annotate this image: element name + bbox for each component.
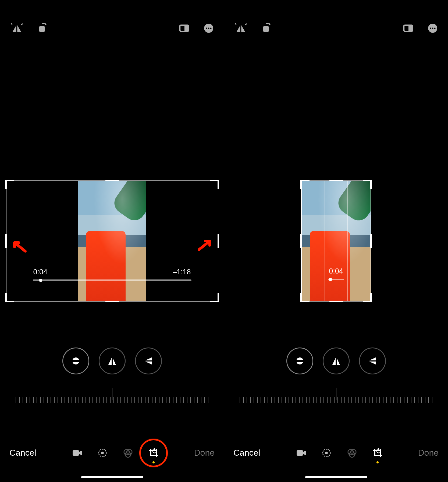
svg-rect-11 — [73, 450, 79, 456]
annotation-arrow-left — [11, 238, 27, 254]
grid-line — [325, 181, 325, 301]
adjust-mode-row — [0, 348, 224, 374]
svg-rect-9 — [112, 357, 113, 365]
svg-point-30 — [325, 452, 328, 454]
crop-handle-left[interactable] — [5, 234, 7, 248]
edit-tabs — [294, 446, 384, 460]
done-button[interactable]: Done — [190, 444, 219, 462]
active-tab-indicator — [152, 461, 155, 463]
adjust-tab[interactable] — [320, 446, 333, 460]
grid-line — [302, 261, 371, 261]
grid-line — [302, 221, 371, 221]
crop-handle-bottom[interactable] — [105, 301, 119, 302]
video-preview — [78, 181, 146, 301]
playhead[interactable] — [39, 279, 42, 282]
svg-rect-28 — [297, 450, 303, 456]
svg-rect-26 — [336, 357, 337, 365]
crop-handle-top-left[interactable] — [5, 180, 14, 189]
playback-timeline[interactable] — [33, 279, 191, 281]
crop-handle-bottom-right[interactable] — [210, 293, 219, 302]
left-screenshot: 0:04 –1:18 — [0, 0, 224, 482]
crop-frame[interactable]: 0:04 — [301, 180, 371, 302]
crop-handle-top[interactable] — [105, 180, 119, 181]
cancel-button[interactable]: Cancel — [5, 444, 40, 462]
perspective-vertical-button[interactable] — [99, 348, 126, 374]
crop-handle-top-right[interactable] — [210, 180, 219, 189]
playback-current: 0:04 — [33, 268, 48, 276]
video-tab[interactable] — [70, 446, 84, 460]
crop-frame[interactable]: 0:04 –1:18 — [6, 180, 218, 302]
crop-tab[interactable] — [371, 446, 384, 460]
done-button[interactable]: Done — [414, 444, 443, 462]
playback-timeline[interactable] — [328, 279, 344, 280]
rotation-dial[interactable] — [14, 388, 210, 403]
annotation-arrow-right — [197, 236, 213, 252]
svg-point-13 — [101, 452, 104, 454]
adjust-mode-row — [224, 348, 448, 374]
playback-time-row: 0:04 –1:18 — [6, 268, 218, 276]
perspective-horizontal-button[interactable] — [359, 348, 386, 374]
playback-time-row: 0:04 — [302, 267, 371, 275]
video-preview — [302, 181, 371, 301]
filters-tab[interactable] — [345, 446, 359, 460]
straighten-button[interactable] — [62, 348, 89, 374]
bottom-toolbar: Cancel Done — [0, 444, 224, 462]
svg-rect-10 — [144, 360, 152, 362]
crop-handle-left[interactable] — [300, 234, 302, 248]
video-tab[interactable] — [294, 446, 308, 460]
home-indicator[interactable] — [81, 476, 143, 478]
playback-remaining: –1:18 — [173, 268, 191, 276]
playhead[interactable] — [329, 278, 332, 281]
svg-rect-25 — [295, 360, 304, 362]
adjust-tab[interactable] — [96, 446, 109, 460]
straighten-button[interactable] — [286, 348, 313, 374]
crop-handle-top-right[interactable] — [363, 180, 372, 189]
perspective-vertical-button[interactable] — [323, 348, 350, 374]
crop-tab[interactable] — [147, 446, 160, 460]
grid-line — [347, 181, 348, 301]
crop-handle-right[interactable] — [370, 234, 372, 248]
dial-center-tick — [336, 388, 336, 400]
active-tab-indicator — [376, 461, 379, 463]
bottom-toolbar: Cancel Done — [224, 444, 448, 462]
crop-handle-bottom-right[interactable] — [363, 293, 372, 302]
cancel-button[interactable]: Cancel — [229, 444, 264, 462]
home-indicator[interactable] — [305, 476, 367, 478]
svg-rect-8 — [71, 360, 80, 362]
crop-handle-top[interactable] — [329, 180, 343, 181]
svg-rect-27 — [368, 360, 376, 362]
rotation-dial[interactable] — [238, 388, 434, 403]
crop-handle-right[interactable] — [218, 234, 219, 248]
filters-tab[interactable] — [121, 446, 135, 460]
edit-tabs — [70, 446, 160, 460]
crop-handle-top-left[interactable] — [300, 180, 310, 189]
playback-current: 0:04 — [329, 267, 343, 275]
right-screenshot: 0:04 Cancel — [224, 0, 448, 482]
crop-handle-bottom[interactable] — [329, 301, 343, 302]
crop-handle-bottom-left[interactable] — [300, 293, 310, 302]
dial-center-tick — [112, 388, 112, 400]
perspective-horizontal-button[interactable] — [135, 348, 162, 374]
crop-handle-bottom-left[interactable] — [5, 293, 14, 302]
